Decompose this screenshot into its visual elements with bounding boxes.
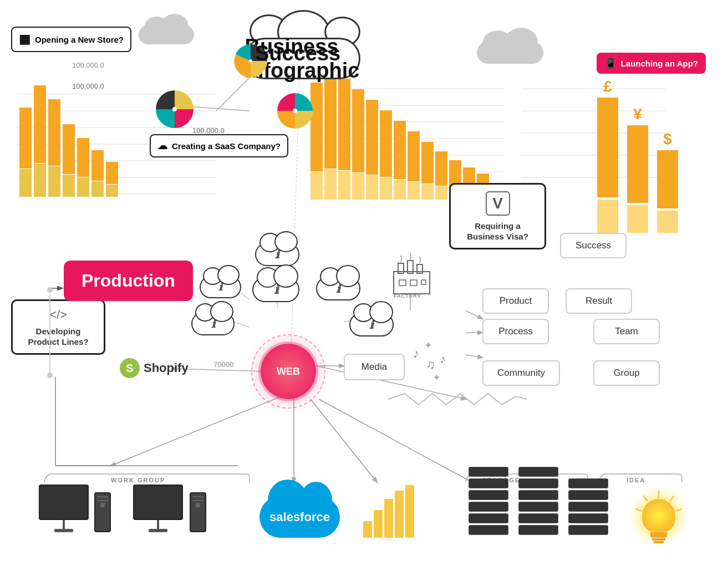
srv-3-1	[568, 478, 608, 488]
product-label: Product	[500, 295, 532, 307]
right-currency-chart: £ ¥ $	[597, 78, 678, 233]
svg-line-37	[466, 310, 482, 319]
svg-line-24	[111, 394, 288, 466]
launching-app-label: Launching an App?	[621, 59, 698, 68]
bottom-bar-chart	[363, 485, 414, 538]
salesforce-label: salesforce	[269, 510, 330, 524]
tower-slot-3	[192, 496, 203, 497]
value-opening: 100,000.0	[72, 61, 104, 69]
music-note-3: ♪	[440, 352, 446, 366]
media-box: Media	[344, 354, 405, 380]
workgroup-label: WORK GROUP	[111, 477, 165, 483]
bar-7	[106, 162, 118, 197]
pound-bar	[597, 98, 618, 197]
info-cloud-5: ℹ	[191, 302, 235, 335]
srv-3-4	[568, 513, 608, 523]
dollar-symbol: $	[663, 130, 672, 148]
svg-point-45	[293, 109, 297, 113]
idea-label: IDEA	[627, 477, 645, 483]
srv-3-2	[568, 490, 608, 500]
lightbulb	[642, 499, 675, 543]
mbar-3	[338, 79, 350, 200]
screen-1	[39, 485, 89, 520]
bb-4	[395, 491, 404, 538]
mbar-7	[394, 121, 406, 200]
srv-2-5	[518, 513, 558, 523]
svg-line-26	[310, 399, 377, 482]
pound-bar-light	[597, 200, 618, 233]
base-1	[54, 529, 73, 532]
web-label: WEB	[277, 366, 300, 378]
tower-slot-4	[192, 500, 203, 501]
info-cloud-3: ℹ	[252, 266, 299, 302]
media-label: Media	[362, 361, 387, 373]
tower-drive	[100, 503, 105, 507]
yen-bar-light	[627, 205, 648, 233]
success-box-label: Success	[576, 240, 611, 251]
mbar-5	[366, 100, 378, 200]
deco-cloud-topright	[477, 30, 543, 64]
bulb-rays-svg	[631, 488, 686, 549]
dev-title-1: Developing	[22, 325, 95, 337]
svg-rect-52	[421, 280, 426, 284]
success-text: Success	[255, 42, 340, 65]
visa-icon: V	[486, 191, 510, 216]
server-stack-1	[469, 467, 508, 535]
srv-2-3	[518, 490, 558, 500]
team-box: Team	[593, 319, 660, 344]
phone-icon: 📱	[604, 57, 617, 69]
product-box: Product	[482, 288, 549, 314]
process-label: Process	[498, 326, 532, 337]
chart-value-left: 100,000.0	[72, 82, 104, 90]
svg-text:S: S	[126, 362, 133, 374]
pie-chart-mid	[276, 91, 314, 130]
middle-bar-chart	[310, 78, 489, 200]
srv-1-1	[469, 467, 508, 477]
cloud-puff-tl2	[161, 14, 189, 39]
opening-store-tooltip: ▦ Opening a New Store?	[11, 27, 131, 52]
info-cloud-2: ℹ	[200, 266, 241, 298]
connector-dot-1	[47, 287, 53, 293]
srv-1-5	[469, 513, 508, 523]
community-box: Community	[482, 360, 560, 386]
music-note-1: ♪	[413, 346, 419, 361]
cloud-puff-tr2	[505, 28, 538, 57]
pound-col: £	[597, 78, 618, 233]
group-label: Group	[613, 368, 639, 379]
pc-tower-2	[190, 492, 206, 532]
creating-saas-label: Creating a SaaS Company?	[172, 141, 281, 151]
web-circle: WEB	[261, 344, 316, 399]
mbar-2	[324, 72, 337, 200]
srv-1-3	[469, 490, 508, 500]
bar-3	[48, 99, 60, 197]
info-cloud-4: ℹ	[316, 266, 360, 300]
pound-symbol: £	[603, 78, 612, 95]
bb-2	[374, 510, 383, 538]
pc-tower-1	[94, 492, 111, 532]
tower-drive-2	[196, 503, 200, 507]
cloud-icon-saas: ☁	[157, 140, 167, 152]
info-4-puff2	[336, 265, 360, 287]
factory-icon: FACTORY	[388, 252, 435, 302]
bb-3	[384, 499, 393, 538]
code-icon: </>	[22, 308, 95, 322]
svg-line-39	[466, 355, 482, 358]
result-label: Result	[586, 295, 612, 307]
visa-title-1: Requiring a	[460, 220, 536, 232]
mbar-6	[380, 110, 392, 200]
info-5-puff2	[210, 301, 233, 322]
srv-2-6	[518, 525, 558, 535]
community-label: Community	[497, 368, 545, 379]
star-1: ✦	[424, 339, 432, 351]
svg-point-41	[249, 59, 252, 63]
bar-2	[34, 85, 46, 197]
opening-store-label: Opening a New Store?	[35, 35, 124, 44]
srv-1-4	[469, 502, 508, 512]
stand-1	[63, 520, 65, 529]
info-cloud-1: ℹ	[255, 233, 299, 266]
server-stack-3	[568, 478, 608, 535]
bar-1	[19, 108, 32, 197]
visa-title-2: Business Visa?	[460, 232, 536, 241]
mbar-10	[435, 151, 447, 200]
dev-title-2: Product Lines?	[22, 337, 95, 346]
